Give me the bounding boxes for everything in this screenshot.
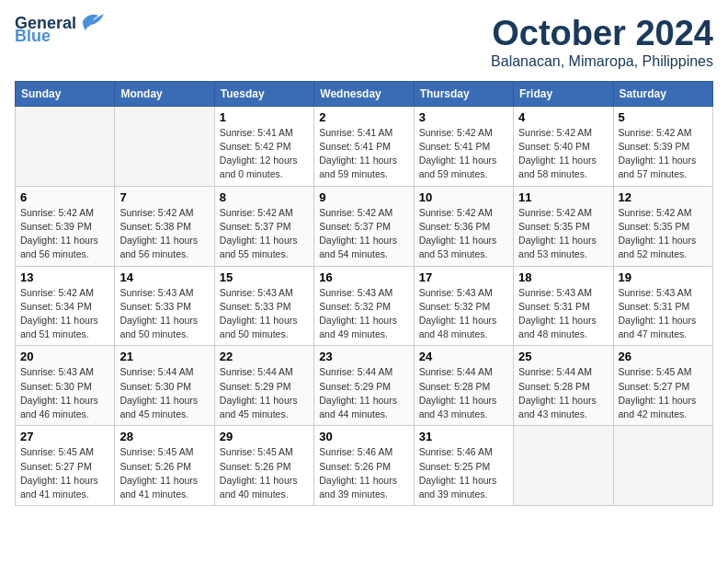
day-number: 6	[20, 190, 109, 204]
day-number: 13	[20, 270, 109, 284]
calendar-cell	[115, 106, 214, 186]
day-number: 28	[119, 430, 209, 443]
day-number: 11	[518, 190, 608, 204]
day-info: Sunrise: 5:44 AMSunset: 5:29 PMDaylight:…	[220, 365, 309, 421]
calendar-cell: 11Sunrise: 5:42 AMSunset: 5:35 PMDayligh…	[514, 186, 613, 266]
calendar-cell: 9Sunrise: 5:42 AMSunset: 5:37 PMDaylight…	[314, 186, 414, 266]
day-number: 26	[619, 350, 708, 363]
weekday-header-wednesday: Wednesday	[314, 81, 414, 106]
location-title: Balanacan, Mimaropa, Philippines	[491, 53, 713, 70]
month-title: October 2024	[491, 15, 713, 53]
calendar-cell: 27Sunrise: 5:45 AMSunset: 5:27 PMDayligh…	[16, 426, 115, 506]
day-info: Sunrise: 5:41 AMSunset: 5:42 PMDaylight:…	[220, 126, 309, 182]
day-info: Sunrise: 5:43 AMSunset: 5:30 PMDaylight:…	[20, 365, 109, 421]
logo-text2: Blue	[15, 28, 51, 46]
day-info: Sunrise: 5:42 AMSunset: 5:35 PMDaylight:…	[518, 206, 608, 262]
day-number: 8	[220, 190, 309, 204]
day-number: 12	[619, 190, 708, 204]
calendar-cell: 17Sunrise: 5:43 AMSunset: 5:32 PMDayligh…	[414, 266, 513, 346]
day-info: Sunrise: 5:42 AMSunset: 5:39 PMDaylight:…	[619, 126, 708, 182]
weekday-header-thursday: Thursday	[414, 81, 513, 106]
day-info: Sunrise: 5:45 AMSunset: 5:26 PMDaylight:…	[220, 445, 309, 501]
day-number: 7	[119, 190, 209, 204]
day-number: 2	[319, 110, 408, 124]
calendar-cell: 7Sunrise: 5:42 AMSunset: 5:38 PMDaylight…	[115, 186, 214, 266]
calendar-cell: 10Sunrise: 5:42 AMSunset: 5:36 PMDayligh…	[414, 186, 513, 266]
day-number: 24	[419, 350, 508, 363]
calendar-cell: 3Sunrise: 5:42 AMSunset: 5:41 PMDaylight…	[414, 106, 513, 186]
calendar-cell	[613, 426, 712, 506]
weekday-header-friday: Friday	[514, 81, 613, 106]
calendar-cell: 1Sunrise: 5:41 AMSunset: 5:42 PMDaylight…	[214, 106, 313, 186]
day-number: 10	[419, 190, 508, 204]
calendar-cell: 8Sunrise: 5:42 AMSunset: 5:37 PMDaylight…	[214, 186, 313, 266]
day-info: Sunrise: 5:42 AMSunset: 5:40 PMDaylight:…	[518, 126, 608, 182]
calendar-cell: 24Sunrise: 5:44 AMSunset: 5:28 PMDayligh…	[414, 346, 513, 426]
day-number: 29	[220, 430, 309, 443]
day-info: Sunrise: 5:43 AMSunset: 5:33 PMDaylight:…	[119, 286, 209, 342]
calendar-cell: 19Sunrise: 5:43 AMSunset: 5:31 PMDayligh…	[613, 266, 712, 346]
calendar-cell: 13Sunrise: 5:42 AMSunset: 5:34 PMDayligh…	[16, 266, 115, 346]
calendar-cell: 5Sunrise: 5:42 AMSunset: 5:39 PMDaylight…	[613, 106, 712, 186]
day-number: 30	[319, 430, 408, 443]
day-info: Sunrise: 5:42 AMSunset: 5:37 PMDaylight:…	[319, 206, 408, 262]
day-info: Sunrise: 5:42 AMSunset: 5:39 PMDaylight:…	[20, 206, 109, 262]
calendar-cell: 25Sunrise: 5:44 AMSunset: 5:28 PMDayligh…	[514, 346, 613, 426]
weekday-header-tuesday: Tuesday	[214, 81, 313, 106]
day-info: Sunrise: 5:42 AMSunset: 5:41 PMDaylight:…	[419, 126, 508, 182]
calendar-cell: 20Sunrise: 5:43 AMSunset: 5:30 PMDayligh…	[16, 346, 115, 426]
calendar-cell: 4Sunrise: 5:42 AMSunset: 5:40 PMDaylight…	[514, 106, 613, 186]
calendar-cell: 26Sunrise: 5:45 AMSunset: 5:27 PMDayligh…	[613, 346, 712, 426]
day-number: 18	[518, 270, 608, 284]
weekday-header-sunday: Sunday	[16, 81, 115, 106]
logo-bird-icon	[78, 7, 106, 32]
calendar-cell: 23Sunrise: 5:44 AMSunset: 5:29 PMDayligh…	[314, 346, 414, 426]
day-number: 15	[220, 270, 309, 284]
day-number: 3	[419, 110, 508, 124]
day-number: 20	[20, 350, 109, 363]
day-number: 25	[518, 350, 608, 363]
calendar-cell: 21Sunrise: 5:44 AMSunset: 5:30 PMDayligh…	[115, 346, 214, 426]
day-info: Sunrise: 5:43 AMSunset: 5:32 PMDaylight:…	[319, 286, 408, 342]
weekday-header-monday: Monday	[115, 81, 214, 106]
calendar-table: SundayMondayTuesdayWednesdayThursdayFrid…	[15, 81, 713, 506]
calendar-cell	[514, 426, 613, 506]
calendar-cell	[16, 106, 115, 186]
calendar-cell: 31Sunrise: 5:46 AMSunset: 5:25 PMDayligh…	[414, 426, 513, 506]
day-info: Sunrise: 5:44 AMSunset: 5:29 PMDaylight:…	[319, 365, 408, 421]
calendar-cell: 22Sunrise: 5:44 AMSunset: 5:29 PMDayligh…	[214, 346, 313, 426]
day-info: Sunrise: 5:45 AMSunset: 5:27 PMDaylight:…	[619, 365, 708, 421]
calendar-cell: 12Sunrise: 5:42 AMSunset: 5:35 PMDayligh…	[613, 186, 712, 266]
weekday-header-saturday: Saturday	[613, 81, 712, 106]
calendar-cell: 14Sunrise: 5:43 AMSunset: 5:33 PMDayligh…	[115, 266, 214, 346]
title-area: October 2024 Balanacan, Mimaropa, Philip…	[491, 15, 713, 70]
day-number: 27	[20, 430, 109, 443]
day-number: 9	[319, 190, 408, 204]
day-number: 23	[319, 350, 408, 363]
day-info: Sunrise: 5:44 AMSunset: 5:28 PMDaylight:…	[419, 365, 508, 421]
day-number: 4	[518, 110, 608, 124]
day-number: 22	[220, 350, 309, 363]
calendar-cell: 30Sunrise: 5:46 AMSunset: 5:26 PMDayligh…	[314, 426, 414, 506]
day-info: Sunrise: 5:46 AMSunset: 5:26 PMDaylight:…	[319, 445, 408, 501]
day-info: Sunrise: 5:42 AMSunset: 5:34 PMDaylight:…	[20, 286, 109, 342]
day-number: 17	[419, 270, 508, 284]
calendar-cell: 29Sunrise: 5:45 AMSunset: 5:26 PMDayligh…	[214, 426, 313, 506]
day-info: Sunrise: 5:43 AMSunset: 5:31 PMDaylight:…	[619, 286, 708, 342]
calendar-cell: 6Sunrise: 5:42 AMSunset: 5:39 PMDaylight…	[16, 186, 115, 266]
calendar-cell: 2Sunrise: 5:41 AMSunset: 5:41 PMDaylight…	[314, 106, 414, 186]
day-number: 14	[119, 270, 209, 284]
day-number: 16	[319, 270, 408, 284]
day-number: 31	[419, 430, 508, 443]
day-info: Sunrise: 5:42 AMSunset: 5:36 PMDaylight:…	[419, 206, 508, 262]
calendar-cell: 15Sunrise: 5:43 AMSunset: 5:33 PMDayligh…	[214, 266, 313, 346]
day-number: 21	[119, 350, 209, 363]
header: General Blue October 2024 Balanacan, Mim…	[15, 15, 713, 70]
calendar-cell: 16Sunrise: 5:43 AMSunset: 5:32 PMDayligh…	[314, 266, 414, 346]
day-info: Sunrise: 5:45 AMSunset: 5:26 PMDaylight:…	[119, 445, 209, 501]
day-info: Sunrise: 5:42 AMSunset: 5:38 PMDaylight:…	[119, 206, 209, 262]
day-info: Sunrise: 5:44 AMSunset: 5:30 PMDaylight:…	[119, 365, 209, 421]
day-info: Sunrise: 5:44 AMSunset: 5:28 PMDaylight:…	[518, 365, 608, 421]
day-info: Sunrise: 5:43 AMSunset: 5:32 PMDaylight:…	[419, 286, 508, 342]
day-info: Sunrise: 5:42 AMSunset: 5:35 PMDaylight:…	[619, 206, 708, 262]
